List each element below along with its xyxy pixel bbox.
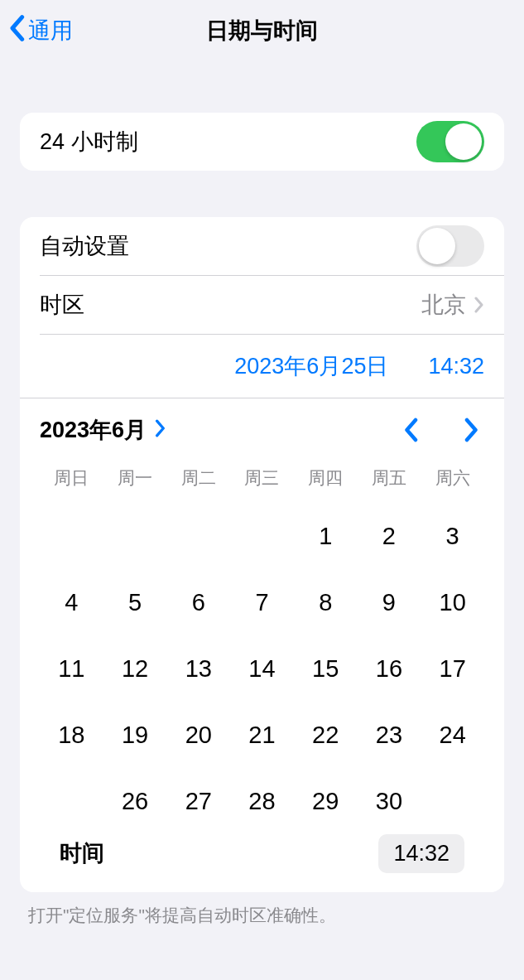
calendar-day[interactable]: 10	[421, 579, 484, 625]
calendar-day[interactable]: 1	[294, 513, 358, 559]
chevron-right-icon	[474, 297, 484, 313]
calendar-day[interactable]: 27	[166, 778, 230, 824]
calendar-day[interactable]: 6	[166, 579, 230, 625]
picker-time[interactable]: 14:32	[428, 354, 484, 379]
chevron-right-icon	[147, 418, 166, 443]
calendar-day[interactable]: 15	[294, 645, 358, 692]
calendar-day[interactable]: 2	[358, 513, 421, 559]
calendar-day[interactable]: 29	[294, 778, 358, 824]
row-timezone[interactable]: 时区 北京	[20, 276, 504, 334]
calendar-day[interactable]: 30	[358, 778, 421, 824]
calendar-next-button[interactable]	[459, 418, 484, 442]
calendar-day[interactable]: 9	[358, 579, 421, 625]
calendar-day-empty	[166, 513, 230, 559]
back-button[interactable]: 通用	[8, 0, 73, 61]
calendar-day[interactable]: 16	[358, 645, 421, 692]
calendar-day[interactable]: 3	[421, 513, 484, 559]
calendar-month-button[interactable]: 2023年6月	[40, 415, 166, 445]
calendar-day[interactable]: 4	[40, 579, 103, 625]
calendar-weekday: 周日	[40, 461, 103, 498]
calendar-day[interactable]: 26	[103, 778, 167, 824]
footer-note: 打开"定位服务"将提高自动时区准确性。	[28, 904, 496, 927]
row-auto-set: 自动设置	[20, 217, 504, 275]
calendar: 2023年6月 周日周一周二周三周四周五周六 12345678910111213…	[20, 398, 504, 892]
calendar-weekday: 周一	[103, 461, 167, 498]
calendar-prev-button[interactable]	[398, 418, 423, 442]
section-24h: 24 小时制	[20, 113, 504, 171]
label-timezone: 时区	[40, 290, 421, 320]
section-datetime: 自动设置 时区 北京 2023年6月25日 14:32 2023年6月	[20, 217, 504, 892]
calendar-weekdays: 周日周一周二周三周四周五周六	[40, 461, 484, 498]
calendar-day[interactable]: 17	[421, 645, 484, 692]
picker-date[interactable]: 2023年6月25日	[234, 351, 388, 381]
chevron-left-icon	[8, 14, 25, 48]
calendar-day-empty	[103, 513, 167, 559]
calendar-day-empty	[230, 513, 294, 559]
calendar-weekday: 周二	[166, 461, 230, 498]
time-chip[interactable]: 14:32	[378, 834, 464, 873]
calendar-day[interactable]: 12	[103, 645, 167, 692]
calendar-day-empty	[40, 513, 103, 559]
calendar-day[interactable]: 13	[166, 645, 230, 692]
calendar-day[interactable]: 20	[166, 712, 230, 758]
label-auto-set: 自动设置	[40, 231, 416, 261]
row-datetime-picker: 2023年6月25日 14:32	[20, 335, 504, 398]
calendar-weekday: 周六	[421, 461, 484, 498]
calendar-header: 2023年6月	[40, 405, 484, 455]
calendar-day[interactable]: 7	[230, 579, 294, 625]
calendar-grid: 1234567891011121314151617181920212223242…	[40, 513, 484, 824]
calendar-weekday: 周三	[230, 461, 294, 498]
calendar-weekday: 周四	[294, 461, 358, 498]
calendar-day[interactable]: 23	[358, 712, 421, 758]
value-timezone: 北京	[421, 290, 466, 320]
nav-header: 通用 日期与时间	[0, 0, 524, 61]
calendar-weekday: 周五	[358, 461, 421, 498]
label-24h: 24 小时制	[40, 127, 416, 157]
row-24h: 24 小时制	[20, 113, 504, 171]
calendar-day[interactable]: 19	[103, 712, 167, 758]
calendar-day[interactable]: 5	[103, 579, 167, 625]
row-time: 时间 14:32	[40, 824, 484, 877]
calendar-day[interactable]: 24	[421, 712, 484, 758]
calendar-day[interactable]: 21	[230, 712, 294, 758]
calendar-day[interactable]: 14	[230, 645, 294, 692]
calendar-day[interactable]: 25	[40, 778, 103, 824]
calendar-day[interactable]: 8	[294, 579, 358, 625]
calendar-month-label: 2023年6月	[40, 415, 147, 445]
page-title: 日期与时间	[206, 16, 318, 46]
toggle-24h[interactable]	[416, 121, 484, 162]
calendar-day[interactable]: 18	[40, 712, 103, 758]
label-time: 时间	[60, 838, 378, 868]
calendar-day[interactable]: 28	[230, 778, 294, 824]
back-label: 通用	[28, 16, 73, 46]
calendar-nav	[398, 418, 484, 442]
calendar-day[interactable]: 22	[294, 712, 358, 758]
calendar-day[interactable]: 11	[40, 645, 103, 692]
toggle-auto-set[interactable]	[416, 225, 484, 267]
